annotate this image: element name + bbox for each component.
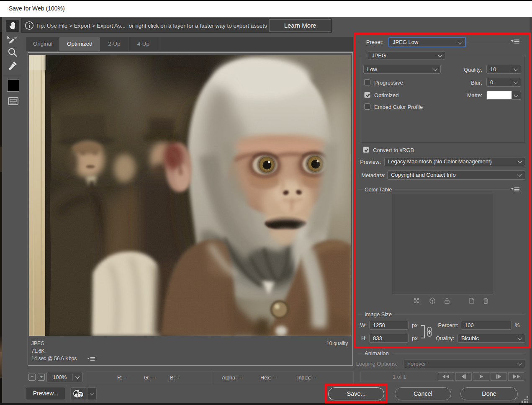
svg-text:?: ? (79, 392, 82, 398)
